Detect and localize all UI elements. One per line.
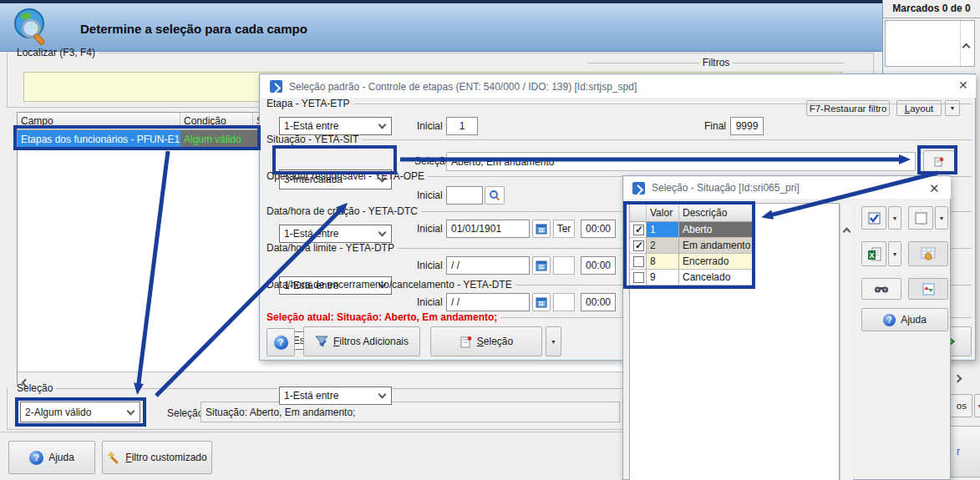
row-cell-condicao[interactable]: Algum válido xyxy=(180,130,253,148)
situacao-group-label: Situação - YETA-SIT xyxy=(267,134,972,145)
dtc-calendar-button[interactable] xyxy=(532,220,551,238)
row-cell-campo[interactable]: Etapas dos funcionários - PFUN-E1N xyxy=(18,130,180,148)
chevron-down-icon xyxy=(378,121,387,129)
cell-valor[interactable]: 8 xyxy=(647,254,679,270)
etapa-inicial-label: Inicial xyxy=(417,120,443,132)
situacao-ajuda-button[interactable]: ? Ajuda xyxy=(861,308,948,331)
chevron-down-icon xyxy=(378,229,387,237)
dialog-icon xyxy=(632,182,645,195)
row-checkbox[interactable] xyxy=(633,240,644,251)
etapa-inicial-field[interactable]: 1 xyxy=(446,117,478,135)
uncheck-all-button[interactable] xyxy=(908,206,933,230)
app-globe-search-icon xyxy=(12,6,50,48)
check-all-caret-button[interactable]: ▼ xyxy=(888,206,901,230)
dtp-calendar-button[interactable] xyxy=(532,256,551,275)
binoculars-icon xyxy=(874,284,889,294)
row-checkbox[interactable] xyxy=(633,256,644,267)
dtc-inicial-label: Inicial xyxy=(417,223,443,235)
row-checkbox[interactable] xyxy=(633,272,644,283)
export-caret-button[interactable]: ▼ xyxy=(888,241,901,266)
chevron-down-icon xyxy=(378,391,387,399)
cell-valor[interactable]: 1 xyxy=(647,222,679,238)
selecao-condition-dropdown[interactable]: 2-Algum válido xyxy=(20,402,140,422)
calendar-icon xyxy=(536,260,547,271)
selection-note-icon xyxy=(460,336,472,348)
situacao-dialog-titlebar: Seleção - Situação [Id:sri065_pri] xyxy=(624,177,951,199)
dte-weekday-box xyxy=(553,293,575,311)
operador-condition-dropdown[interactable]: 1-Está entre xyxy=(279,225,392,243)
caret-down-icon: ▼ xyxy=(892,251,898,257)
etapa-condition-dropdown[interactable]: 1-Está entre xyxy=(279,117,392,135)
filtros-group-label: Filtros xyxy=(587,57,845,68)
dte-inicial-label: Inicial xyxy=(417,296,443,308)
dialog-icon xyxy=(270,80,282,93)
dte-calendar-button[interactable] xyxy=(532,293,551,311)
situacao-dialog: Seleção - Situação [Id:sri065_pri] ✕ Val… xyxy=(622,175,951,480)
situacao-selecao-label: Seleção xyxy=(414,155,450,167)
cell-valor[interactable]: 2 xyxy=(647,238,679,254)
filtros-adicionais-button[interactable]: Filtros Adicionais xyxy=(303,326,420,356)
dtp-date-field[interactable]: / / xyxy=(446,256,530,275)
cell-descricao[interactable]: Encerrado xyxy=(679,254,753,270)
column-pick-button[interactable] xyxy=(908,241,948,266)
row-checkbox[interactable] xyxy=(633,225,644,235)
column-header-valor[interactable]: Valor xyxy=(647,204,679,222)
view-button[interactable] xyxy=(861,278,901,300)
app-root: Determine a seleção para cada campo Marc… xyxy=(0,0,980,480)
scroll-up-icon[interactable] xyxy=(963,41,969,53)
dtc-weekday-box: Ter xyxy=(553,220,575,238)
help-icon: ? xyxy=(29,451,43,465)
marcados-counter: Marcados 0 de 0 xyxy=(883,0,980,14)
sort-columns-button[interactable] xyxy=(908,278,948,300)
cell-descricao[interactable]: Aberto xyxy=(679,222,753,238)
scroll-up-icon[interactable] xyxy=(844,225,850,237)
list-scrollbar[interactable] xyxy=(960,21,961,66)
ajuda-button[interactable]: ? Ajuda xyxy=(8,441,95,474)
selecao-caret-button[interactable]: ▼ xyxy=(546,326,561,356)
dialog-help-button[interactable]: ? xyxy=(267,328,295,356)
dte-time-field[interactable]: 00:00 xyxy=(581,293,616,311)
dtp-time-field[interactable]: 00:00 xyxy=(581,256,616,275)
situacao-row[interactable]: 1 Aberto xyxy=(630,222,753,238)
chevron-down-icon xyxy=(127,407,135,415)
dtc-time-field[interactable]: 00:00 xyxy=(581,220,616,238)
cell-valor[interactable]: 9 xyxy=(647,270,679,285)
etapa-final-label: Final xyxy=(704,120,726,132)
uncheck-all-caret-button[interactable]: ▼ xyxy=(935,206,948,230)
situacao-row[interactable]: 2 Em andamento xyxy=(630,238,753,254)
column-header-condicao[interactable]: Condição xyxy=(180,113,253,130)
caret-down-icon: ▼ xyxy=(977,403,980,409)
etapa-group-label: Etapa - YETA-ETP xyxy=(267,98,972,109)
close-icon[interactable]: ✕ xyxy=(929,182,940,195)
fragment-chevron-right-icon[interactable] xyxy=(955,372,961,384)
check-all-button[interactable] xyxy=(861,206,886,230)
cell-descricao[interactable]: Em andamento xyxy=(679,238,753,254)
situacao-selecao-field[interactable]: Aberto, Em andamento xyxy=(446,152,916,171)
operador-inicial-field[interactable] xyxy=(446,186,483,205)
column-header-campo[interactable]: Campo xyxy=(18,113,180,130)
selecao-button[interactable]: Seleção xyxy=(430,326,542,356)
marcados-list[interactable] xyxy=(885,20,975,67)
fragment-caret-button[interactable]: ▼ xyxy=(974,394,980,417)
operador-search-button[interactable] xyxy=(485,186,505,205)
etapa-final-field[interactable]: 9999 xyxy=(730,117,764,135)
caret-down-icon: ▼ xyxy=(551,339,556,345)
excel-icon: X xyxy=(867,247,881,261)
situacao-row[interactable]: 9 Cancelado xyxy=(630,270,753,285)
selecao-condition-value: 2-Algum válido xyxy=(25,407,91,418)
situacao-row[interactable]: 8 Encerrado xyxy=(630,254,753,270)
column-header-descricao[interactable]: Descrição xyxy=(679,204,753,222)
dtc-date-field[interactable]: 01/01/1901 xyxy=(446,220,530,238)
dte-date-field[interactable]: / / xyxy=(446,293,530,311)
filtro-customizado-button[interactable]: Filtro customizado xyxy=(102,441,212,474)
selecao-summary-field[interactable]: Situação: Aberto, Em andamento; xyxy=(201,402,620,422)
situacao-list-scrollbar[interactable] xyxy=(840,204,853,480)
column-header-check[interactable] xyxy=(630,204,647,222)
export-excel-button[interactable]: X xyxy=(861,241,886,266)
search-icon xyxy=(489,189,500,201)
close-icon[interactable]: ✕ xyxy=(958,79,968,91)
dte-condition-dropdown[interactable]: 1-Está entre xyxy=(279,387,392,405)
cell-descricao[interactable]: Cancelado xyxy=(679,270,753,285)
help-icon: ? xyxy=(883,314,896,326)
magic-wand-icon xyxy=(107,451,120,464)
